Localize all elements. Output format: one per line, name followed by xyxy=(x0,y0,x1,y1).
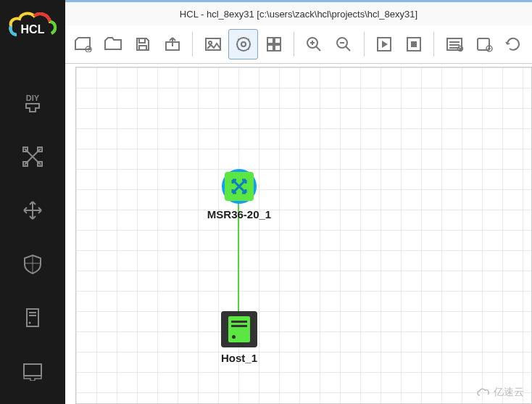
svg-line-25 xyxy=(316,46,320,51)
host-icon xyxy=(221,311,257,347)
svg-rect-5 xyxy=(27,309,38,326)
titlebar: HCL - hcl_8exy31 [c:\users\zack\hcl\proj… xyxy=(65,0,532,25)
router-icon xyxy=(222,169,257,204)
svg-rect-33 xyxy=(411,41,417,47)
sidebar: HCL DIY xyxy=(0,0,65,404)
settings-button[interactable] xyxy=(228,29,258,59)
toolbar-separator xyxy=(364,32,365,57)
svg-rect-20 xyxy=(267,38,273,44)
hcl-logo: HCL xyxy=(7,7,58,47)
logo-text: HCL xyxy=(21,23,45,36)
node-router[interactable]: MSR36-20_1 xyxy=(203,169,275,220)
main-area: HCL - hcl_8exy31 [c:\users\zack\hcl\proj… xyxy=(65,0,532,404)
sidebar-item-shield[interactable] xyxy=(14,246,51,282)
grid-button[interactable] xyxy=(259,30,288,59)
node-host[interactable]: Host_1 xyxy=(214,311,265,364)
node-router-label: MSR36-20_1 xyxy=(203,208,275,220)
refresh-button[interactable] xyxy=(499,30,528,59)
sidebar-item-connect[interactable] xyxy=(14,139,51,175)
image-button[interactable] xyxy=(199,30,227,59)
svg-point-18 xyxy=(237,38,250,51)
add-note-button[interactable] xyxy=(470,30,498,59)
svg-rect-23 xyxy=(275,45,280,51)
stop-button[interactable] xyxy=(400,30,428,59)
export-button[interactable] xyxy=(159,30,187,59)
sidebar-item-move[interactable] xyxy=(14,192,51,228)
zoom-out-button[interactable] xyxy=(330,30,358,59)
svg-text:DIY: DIY xyxy=(26,94,40,102)
zoom-in-button[interactable] xyxy=(300,30,328,59)
sidebar-item-diy[interactable]: DIY xyxy=(14,85,51,121)
svg-rect-13 xyxy=(139,38,145,43)
window-title: HCL - hcl_8exy31 [c:\users\zack\hcl\proj… xyxy=(180,9,417,20)
open-button[interactable] xyxy=(99,30,128,59)
svg-point-8 xyxy=(29,322,31,324)
canvas-wrap: MSR36-20_1 Host_1 亿速云 xyxy=(65,64,532,404)
sidebar-item-screen[interactable] xyxy=(14,353,51,389)
svg-rect-14 xyxy=(139,46,146,50)
node-host-label: Host_1 xyxy=(214,352,265,364)
save-button[interactable] xyxy=(129,30,157,59)
svg-rect-22 xyxy=(267,45,273,51)
toolbar-separator xyxy=(294,32,294,57)
sidebar-item-server[interactable] xyxy=(14,300,51,336)
new-button[interactable] xyxy=(70,30,98,59)
svg-rect-41 xyxy=(478,38,489,50)
svg-point-19 xyxy=(241,42,246,46)
watermark: 亿速云 xyxy=(476,386,524,399)
toolbar xyxy=(65,25,532,64)
topology-canvas[interactable]: MSR36-20_1 Host_1 亿速云 xyxy=(75,67,532,404)
watermark-text: 亿速云 xyxy=(494,386,524,399)
svg-line-29 xyxy=(346,46,350,51)
svg-rect-21 xyxy=(275,38,280,44)
svg-rect-9 xyxy=(24,364,41,376)
toolbar-separator xyxy=(192,32,193,57)
play-button[interactable] xyxy=(370,30,399,59)
list-button[interactable] xyxy=(440,30,468,59)
svg-point-17 xyxy=(209,41,212,44)
toolbar-separator xyxy=(433,32,434,57)
